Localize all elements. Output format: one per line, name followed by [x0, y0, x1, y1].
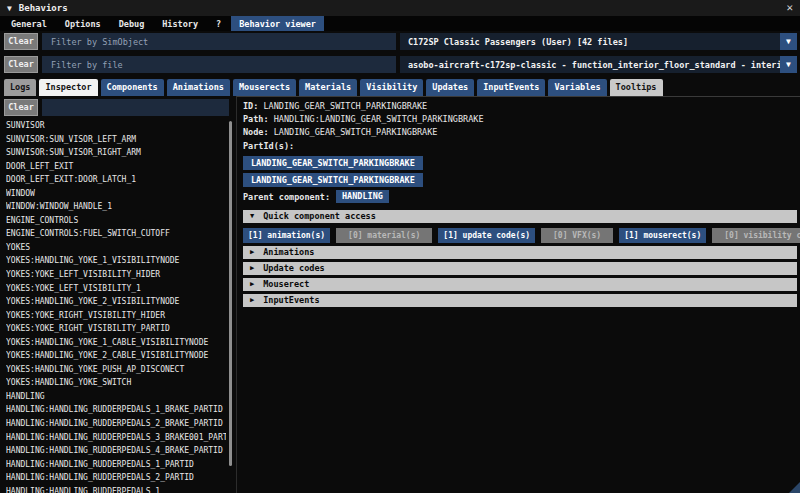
tab[interactable]: Animations	[167, 79, 230, 96]
list-item[interactable]: YOKES:HANDLING_YOKE_2_VISIBILITYNODE	[6, 295, 226, 309]
tab[interactable]: InputEvents	[477, 79, 545, 96]
section-label: Animations	[263, 247, 314, 257]
list-item[interactable]: YOKES	[6, 241, 226, 255]
path-line: Path: HANDLING:LANDING_GEAR_SWITCH_PARKI…	[243, 113, 800, 126]
list-item[interactable]: YOKES:HANDLING_YOKE_2_CABLE_VISIBILITYNO…	[6, 349, 226, 363]
tab[interactable]: Visibility	[360, 79, 423, 96]
quick-access-button[interactable]: [0] VFX(s)	[541, 228, 613, 243]
list-item[interactable]: DOOR_LEFT_EXIT:DOOR_LATCH_1	[6, 173, 226, 187]
tab[interactable]: Components	[101, 79, 164, 96]
list-item[interactable]: YOKES:HANDLING_YOKE_SWITCH	[6, 376, 226, 390]
section-header[interactable]: Update codes	[243, 262, 797, 275]
section-header[interactable]: InputEvents	[243, 294, 797, 307]
list-item[interactable]: SUNVISOR	[6, 119, 226, 133]
id-value: LANDING_GEAR_SWITCH_PARKINGBRAKE	[263, 101, 427, 111]
quick-access-buttons: [1] animation(s) [0] material(s) [1] upd…	[243, 228, 800, 243]
list-item[interactable]: YOKES:YOKE_LEFT_VISIBILITY_HIDER	[6, 268, 226, 282]
list-item[interactable]: YOKES:YOKE_RIGHT_VISIBILITY_HIDER	[6, 309, 226, 323]
list-item[interactable]: HANDLING:HANDLING_RUDDERPEDALS_1_PARTID	[6, 458, 226, 472]
section-header[interactable]: Mouserect	[243, 278, 797, 291]
list-item[interactable]: HANDLING:HANDLING_RUDDERPEDALS_4_BRAKE_P…	[6, 444, 226, 458]
window-title: Behaviors	[19, 3, 68, 13]
path-value: HANDLING:LANDING_GEAR_SWITCH_PARKINGBRAK…	[274, 114, 484, 124]
simobject-filter-row: Clear C172SP Classic Passengers (User) […	[4, 33, 797, 50]
section-label: Update codes	[263, 263, 324, 273]
partid-button[interactable]: LANDING_GEAR_SWITCH_PARKINGBRAKE	[243, 156, 423, 170]
file-dropdown[interactable]: asobo-aircraft-c172sp-classic - function…	[400, 56, 797, 73]
quick-access-button[interactable]: [1] update code(s)	[438, 228, 535, 243]
node-label: Node:	[243, 127, 269, 137]
list-item[interactable]: YOKES:HANDLING_YOKE_1_CABLE_VISIBILITYNO…	[6, 336, 226, 350]
close-icon[interactable]: ✕	[786, 1, 793, 14]
tab[interactable]: Inspector	[39, 79, 97, 96]
list-item[interactable]: DOOR_LEFT_EXIT	[6, 160, 226, 174]
section-header[interactable]: Animations	[243, 246, 797, 259]
chevron-right-icon	[250, 246, 254, 259]
id-label: ID:	[243, 101, 258, 111]
list-filter-input[interactable]	[42, 99, 229, 116]
quick-access-button[interactable]: [0] visibility cod	[712, 228, 800, 243]
chevron-right-icon	[250, 294, 254, 307]
tab[interactable]: Tooltips	[610, 79, 663, 96]
tab[interactable]: Updates	[426, 79, 474, 96]
list-item[interactable]: SUNVISOR:SUN_VISOR_LEFT_ARM	[6, 133, 226, 147]
list-item[interactable]: YOKES:YOKE_RIGHT_VISIBILITY_PARTID	[6, 322, 226, 336]
list-item[interactable]: YOKES:HANDLING_YOKE_1_VISIBILITYNODE	[6, 254, 226, 268]
menu-item[interactable]: Debug	[111, 16, 153, 31]
menu-item[interactable]: Behavior viewer	[231, 16, 324, 31]
quick-access-button[interactable]: [1] mouserect(s)	[619, 228, 706, 243]
dropdown-arrow-icon[interactable]: ▼	[780, 33, 797, 50]
inspector-panel: ID: LANDING_GEAR_SWITCH_PARKINGBRAKE Pat…	[236, 96, 800, 493]
list-item[interactable]: HANDLING:HANDLING_RUDDERPEDALS_1	[6, 485, 226, 493]
list-item[interactable]: SUNVISOR:SUN_VISOR_RIGHT_ARM	[6, 146, 226, 160]
menu-item[interactable]: Options	[57, 16, 109, 31]
list-item[interactable]: YOKES:HANDLING_YOKE_PUSH_AP_DISCONECT	[6, 363, 226, 377]
tab[interactable]: Variables	[548, 79, 606, 96]
list-item[interactable]: ENGINE_CONTROLS:FUEL_SWITCH_CUTOFF	[6, 227, 226, 241]
simobject-dropdown[interactable]: C172SP Classic Passengers (User) [42 fil…	[400, 33, 797, 50]
list-item[interactable]: HANDLING:HANDLING_RUDDERPEDALS_3_BRAKE00…	[6, 431, 226, 445]
tab-bar: Logs Inspector Components Animations Mou…	[4, 79, 800, 96]
id-line: ID: LANDING_GEAR_SWITCH_PARKINGBRAKE	[243, 100, 800, 113]
quick-component-access-header[interactable]: Quick component access	[243, 210, 797, 223]
clear-simobject-filter-button[interactable]: Clear	[4, 33, 38, 50]
list-item[interactable]: YOKES:YOKE_LEFT_VISIBILITY_1	[6, 282, 226, 296]
list-item[interactable]: WINDOW:WINDOW_HANDLE_1	[6, 200, 226, 214]
menu-item[interactable]: ?	[208, 16, 229, 31]
tab[interactable]: Materials	[299, 79, 357, 96]
parent-component-line: Parent component: HANDLING	[243, 190, 800, 204]
list-item[interactable]: HANDLING	[6, 390, 226, 404]
list-item[interactable]: ENGINE_CONTROLS	[6, 214, 226, 228]
node-value: LANDING_GEAR_SWITCH_PARKINGBRAKE	[274, 127, 438, 137]
partid-buttons: LANDING_GEAR_SWITCH_PARKINGBRAKE LANDING…	[243, 156, 800, 187]
clear-file-filter-button[interactable]: Clear	[4, 56, 38, 73]
section-label: InputEvents	[263, 295, 319, 305]
clear-list-filter-button[interactable]: Clear	[4, 99, 38, 116]
dropdown-arrow-icon[interactable]: ▼	[780, 56, 797, 73]
tab[interactable]: Mouserects	[233, 79, 296, 96]
menu-item[interactable]: History	[154, 16, 206, 31]
parent-component-badge[interactable]: HANDLING	[336, 190, 389, 203]
file-filter-input[interactable]	[42, 56, 396, 73]
list-item[interactable]: HANDLING:HANDLING_RUDDERPEDALS_2_PARTID	[6, 471, 226, 485]
section-label: Mouserect	[263, 279, 309, 289]
partids-line: PartId(s):	[243, 140, 800, 153]
chevron-right-icon	[250, 278, 254, 291]
partid-button[interactable]: LANDING_GEAR_SWITCH_PARKINGBRAKE	[243, 173, 423, 187]
menu-bar: General Options Debug History ? Behavior…	[0, 16, 800, 31]
partids-label: PartId(s):	[243, 141, 294, 151]
chevron-right-icon	[250, 262, 254, 275]
resize-handle[interactable]	[789, 482, 800, 493]
collapse-icon[interactable]: ▼	[7, 4, 12, 13]
list-item[interactable]: HANDLING:HANDLING_RUDDERPEDALS_2_BRAKE_P…	[6, 417, 226, 431]
behaviors-window: ▼ Behaviors ✕ General Options Debug Hist…	[0, 0, 800, 493]
list-item[interactable]: WINDOW	[6, 187, 226, 201]
tab[interactable]: Logs	[4, 79, 36, 96]
scrollbar-thumb[interactable]	[229, 121, 232, 466]
quick-access-button[interactable]: [0] material(s)	[336, 228, 432, 243]
simobject-filter-input[interactable]	[42, 33, 396, 50]
file-filter-row: Clear asobo-aircraft-c172sp-classic - fu…	[4, 56, 797, 73]
menu-item[interactable]: General	[3, 16, 55, 31]
list-item[interactable]: HANDLING:HANDLING_RUDDERPEDALS_1_BRAKE_P…	[6, 403, 226, 417]
quick-access-button[interactable]: [1] animation(s)	[243, 228, 330, 243]
